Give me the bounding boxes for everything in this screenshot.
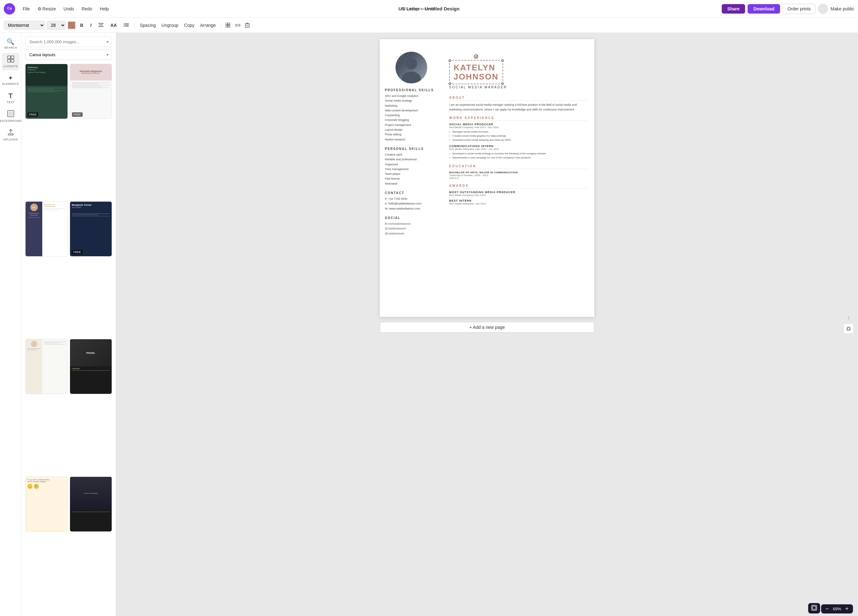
prof-skills-list: SEO and Google AnalyticsSocial media str… [385,94,438,142]
contact-title: CONTACT [385,191,438,195]
name-first: KATELYN [454,63,499,72]
name-last: JOHNSON [454,72,499,81]
background-icon [7,110,14,119]
svg-point-7 [124,24,125,25]
sidebar-item-uploads-label: Uploads [3,138,18,141]
panel-search-area: ▼ Canva layouts ▼ [22,33,116,64]
handle-tr[interactable] [501,59,504,62]
uploads-icon [8,129,14,137]
sidebar-item-elements[interactable]: ✦ Elements [2,72,20,88]
search-wrap: ▼ [25,37,112,47]
template-card[interactable]: Hi, my name is Chelsea Philips, and I'm … [25,476,68,532]
order-prints-button[interactable]: Order prints [783,4,815,14]
italic-button[interactable]: I [88,22,94,29]
help-menu[interactable]: Help [97,5,111,12]
undo-button[interactable]: Undo [61,5,76,12]
align-button[interactable] [96,22,106,29]
frames-button[interactable] [808,603,820,613]
download-button[interactable]: Download [748,4,780,14]
handle-br[interactable] [501,82,504,85]
templates-grid: Anthony Francisco Graphics & Web Designe… [22,64,116,616]
job-company: Red Media Company | Feb 2013 - Dec 2014 [449,126,588,129]
template-card[interactable] [25,339,68,394]
social-list: fb.me/nataliedawson@nataliedawson@natali… [385,221,438,236]
person-silhouette [399,55,424,83]
prof-skill-item: Project management [385,123,438,128]
search-arrow-icon: ▼ [106,40,109,44]
education-entry: BACHELOR OF ARTS, MAJOR IN COMMUNICATION… [449,171,588,180]
canva-logo[interactable]: Ca [4,3,15,14]
sidebar-item-text[interactable]: T Text [2,89,20,106]
search-input[interactable] [25,37,112,47]
zoom-out-button[interactable]: − [824,605,830,612]
grid-icon-btn[interactable] [224,22,232,29]
canvas-area[interactable]: 1 [116,33,858,616]
personal-skill-item: Team player [385,172,438,176]
sidebar-item-background[interactable]: Background [2,107,20,125]
avatar[interactable] [818,4,828,14]
nav-right: Share Download Order prints Make public [722,4,854,14]
make-public-button[interactable]: Make public [830,6,854,11]
ungroup-label[interactable]: Ungroup [160,22,180,29]
education-list: BACHELOR OF ARTS, MAJOR IN COMMUNICATION… [449,171,588,180]
template-card[interactable]: CK KATELYN JOHNSON [25,201,68,257]
svg-rect-8 [125,25,129,25]
job-bullet: Managed social media accounts [449,130,588,134]
trash-icon-btn[interactable] [244,22,251,29]
svg-rect-15 [246,24,249,28]
award-title: MOST OUTSTANDING MEDIA PRODUCER [449,191,588,194]
handle-tl[interactable] [449,59,451,62]
education-degree: BACHELOR OF ARTS, MAJOR IN COMMUNICATION [449,171,588,174]
copy-icon [846,326,851,331]
add-page-button[interactable]: + Add a new page [380,322,594,333]
sidebar-item-layouts[interactable]: Layouts [2,53,20,70]
sidebar-item-uploads[interactable]: Uploads [2,126,20,143]
template-card[interactable]: Benjamin Turner some subtitle FREE [70,201,112,257]
job-company: Rich Media Interactive | Apr 2012 - Jan … [449,148,588,151]
layout-select[interactable]: Canva layouts [25,50,112,60]
resize-menu[interactable]: ⚙Resize [35,5,59,12]
svg-rect-4 [98,26,103,27]
redo-button[interactable]: Redo [79,5,95,12]
personal-skill-item: Motivated [385,182,438,186]
name-section[interactable]: ↺ KATELYN JOHNSON SOCIAL MEDIA MANAGER [449,60,507,89]
resume-right-column: ↺ KATELYN JOHNSON SOCIAL MEDIA MANAGER A… [443,39,594,317]
sidebar-item-search[interactable]: 🔍 Search [2,35,20,52]
arrange-label[interactable]: Arrange [198,22,218,29]
handle-bl[interactable] [449,82,451,85]
awards-section-title: AWARDS [449,184,588,189]
template-card[interactable]: Anthony Francisco Graphics & Web Designe… [25,64,68,119]
copy-page-button[interactable] [844,324,853,334]
template-card[interactable]: resume template [70,476,112,532]
elements-icon: ✦ [8,74,13,82]
font-family-select[interactable]: Montserrat [4,21,45,30]
template-card[interactable]: Alexandra Weigmann MARKETING SPECIALIST … [70,64,112,119]
svg-point-30 [402,72,421,83]
profile-photo[interactable] [396,52,427,83]
svg-rect-10 [125,26,129,26]
prof-skill-item: Photo editing [385,132,438,137]
font-size-select[interactable]: 28 [47,21,65,30]
copy-label[interactable]: Copy [182,22,196,29]
spacing-label[interactable]: Spacing [138,22,158,29]
color-picker[interactable] [67,21,76,30]
template-card[interactable]: RAFAEL LAXTON [70,339,112,394]
rotate-handle[interactable]: ↺ [474,54,478,59]
job-bullet: Increased social media following and cli… [449,138,588,142]
about-text: I am an experienced social media manager… [449,103,588,112]
prof-skill-item: Marketing [385,104,438,108]
social-title: SOCIAL [385,216,438,219]
zoom-in-button[interactable]: + [844,605,850,612]
sidebar-item-elements-label: Elements [2,82,19,86]
education-gpa: GPA 3.9 [449,177,588,180]
free-badge: FREE [28,112,38,117]
share-button[interactable]: Share [722,4,745,14]
top-navigation: Ca File ⚙Resize Undo Redo Help All chang… [0,0,858,18]
file-menu[interactable]: File [20,5,33,12]
bold-button[interactable]: B [78,22,86,29]
list-button[interactable] [121,22,131,29]
personal-skill-item: Reliable and professional [385,157,438,162]
link-icon-btn[interactable] [234,22,242,28]
text-size-button[interactable]: AA [108,22,119,29]
svg-rect-23 [11,59,14,62]
